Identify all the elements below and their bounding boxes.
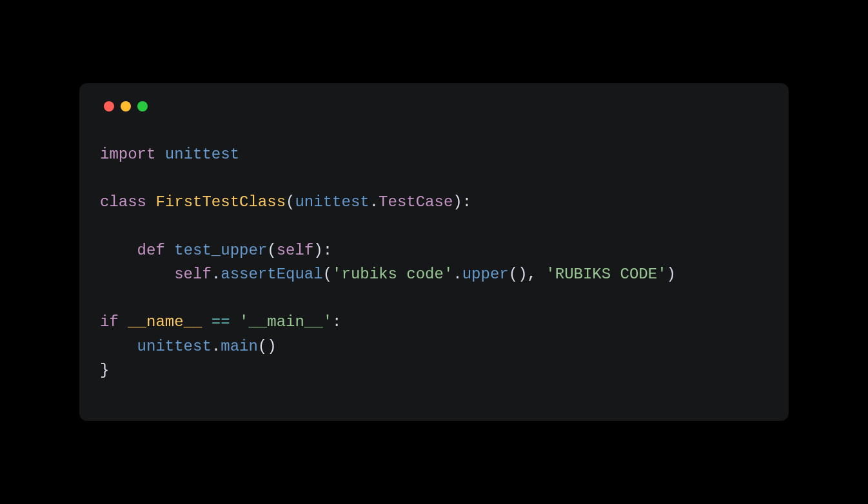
punct: . bbox=[370, 193, 379, 211]
string-literal: 'RUBIKS CODE' bbox=[546, 266, 666, 283]
code-line: } bbox=[100, 362, 109, 379]
indent bbox=[100, 242, 137, 259]
punct: (), bbox=[509, 266, 546, 283]
indent bbox=[100, 338, 137, 355]
function-name: test_upper bbox=[174, 242, 267, 259]
code-line: self.assertEqual('rubiks code'.upper(), … bbox=[100, 266, 676, 283]
dunder-name: __name__ bbox=[128, 313, 202, 331]
module-unittest: unittest bbox=[165, 146, 239, 163]
keyword-def: def bbox=[137, 242, 165, 259]
keyword-if: if bbox=[100, 313, 119, 331]
punct: () bbox=[258, 338, 277, 355]
self-param: self bbox=[277, 242, 314, 259]
class-name: FirstTestClass bbox=[155, 193, 286, 211]
string-literal: 'rubiks code' bbox=[332, 266, 453, 283]
window-titlebar bbox=[100, 101, 768, 111]
code-line: class FirstTestClass(unittest.TestCase): bbox=[100, 193, 471, 211]
main-method: main bbox=[221, 338, 258, 355]
operator-eq: == bbox=[202, 313, 239, 331]
code-window: import unittest class FirstTestClass(uni… bbox=[79, 83, 789, 421]
maximize-icon[interactable] bbox=[137, 101, 148, 111]
punct: ): bbox=[453, 193, 471, 211]
code-line: import unittest bbox=[100, 146, 239, 163]
keyword-class: class bbox=[100, 193, 146, 211]
punct: ( bbox=[323, 266, 332, 283]
close-icon[interactable] bbox=[104, 101, 114, 111]
assert-method: assertEqual bbox=[221, 266, 322, 283]
punct: : bbox=[332, 313, 341, 331]
keyword-import: import bbox=[100, 146, 155, 163]
string-literal: '__main__' bbox=[239, 313, 332, 331]
module-ref: unittest bbox=[137, 338, 212, 355]
punct: . bbox=[212, 338, 221, 355]
punct: ): bbox=[313, 242, 332, 259]
upper-method: upper bbox=[462, 266, 509, 283]
indent bbox=[100, 266, 174, 283]
punct: ( bbox=[286, 193, 295, 211]
code-line: unittest.main() bbox=[100, 338, 277, 355]
punct: ( bbox=[267, 242, 276, 259]
punct: . bbox=[212, 266, 221, 283]
base-class: TestCase bbox=[379, 193, 453, 211]
minimize-icon[interactable] bbox=[121, 101, 131, 111]
code-line: if __name__ == '__main__': bbox=[100, 313, 341, 331]
punct: ) bbox=[667, 266, 676, 283]
self-ref: self bbox=[174, 266, 212, 283]
code-line: def test_upper(self): bbox=[100, 242, 332, 259]
code-block: import unittest class FirstTestClass(uni… bbox=[100, 142, 768, 382]
punct: . bbox=[453, 266, 462, 283]
brace: } bbox=[100, 362, 109, 379]
base-module: unittest bbox=[295, 193, 369, 211]
